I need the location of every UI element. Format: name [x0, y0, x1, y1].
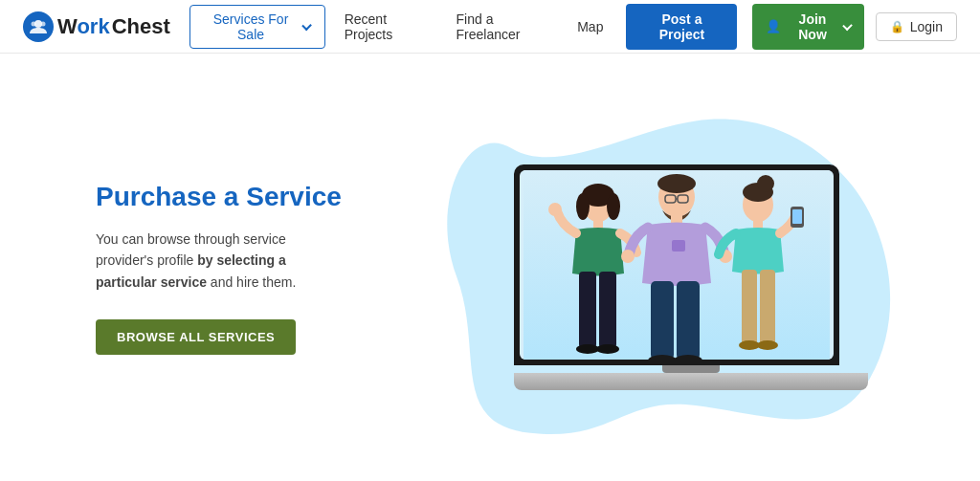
laptop-base: [514, 373, 868, 390]
hero-illustration: [402, 54, 980, 481]
recent-projects-label: Recent Projects: [345, 11, 430, 42]
svg-point-1: [32, 21, 36, 26]
svg-rect-10: [579, 272, 596, 348]
post-project-label: Post a Project: [659, 11, 704, 42]
login-button[interactable]: 🔒 Login: [876, 12, 957, 41]
logo-icon: [23, 11, 54, 42]
lock-icon: 🔒: [890, 20, 904, 33]
people-illustration-svg: [523, 170, 830, 360]
laptop-notch: [662, 365, 720, 373]
logo[interactable]: WorkChest: [23, 11, 170, 42]
svg-rect-24: [677, 281, 700, 360]
svg-rect-32: [792, 209, 802, 224]
navbar: WorkChest Services For Sale Recent Proje…: [0, 0, 980, 54]
user-plus-icon: 👤: [766, 19, 781, 33]
svg-point-2: [41, 21, 46, 26]
find-freelancer-label: Find a Freelancer: [457, 11, 551, 42]
recent-projects-link[interactable]: Recent Projects: [333, 6, 441, 48]
logo-chest-text: Chest: [112, 14, 170, 39]
browse-button-label: BROWSE ALL SERVICES: [117, 330, 275, 344]
hero-text-block: Purchase a Service You can browse throug…: [0, 180, 402, 355]
services-for-sale-button[interactable]: Services For Sale: [189, 5, 325, 49]
hero-title: Purchase a Service: [96, 180, 402, 213]
browse-all-services-button[interactable]: BROWSE ALL SERVICES: [96, 319, 296, 355]
join-now-button[interactable]: 👤 Join Now: [752, 4, 863, 50]
svg-rect-20: [672, 240, 685, 251]
svg-rect-11: [599, 272, 616, 348]
svg-point-21: [621, 250, 635, 263]
logo-svg: [29, 17, 48, 36]
svg-rect-34: [760, 270, 775, 344]
svg-point-35: [739, 340, 760, 350]
svg-rect-33: [742, 270, 757, 344]
hero-description: You can browse through service provider'…: [96, 229, 345, 293]
svg-point-36: [757, 340, 778, 350]
find-freelancer-link[interactable]: Find a Freelancer: [445, 6, 563, 48]
svg-point-9: [548, 203, 562, 216]
svg-point-15: [657, 174, 696, 193]
laptop-screen-inner: [520, 170, 834, 360]
post-project-button[interactable]: Post a Project: [626, 4, 737, 50]
hero-section: Purchase a Service You can browse throug…: [0, 54, 980, 481]
map-label: Map: [577, 19, 603, 34]
svg-point-6: [576, 193, 590, 220]
svg-point-29: [757, 175, 774, 192]
logo-work-text: Work: [57, 14, 110, 39]
svg-point-13: [596, 344, 619, 354]
map-link[interactable]: Map: [566, 13, 614, 40]
svg-point-12: [576, 344, 599, 354]
join-chevron-icon: [842, 20, 853, 31]
services-for-sale-label: Services For Sale: [204, 11, 299, 42]
svg-point-7: [607, 193, 620, 220]
chevron-down-icon: [302, 20, 313, 31]
svg-rect-23: [651, 281, 674, 360]
join-now-label: Join Now: [787, 11, 837, 42]
laptop-screen: [514, 164, 839, 365]
login-label: Login: [910, 19, 943, 34]
laptop-illustration: [514, 164, 868, 390]
